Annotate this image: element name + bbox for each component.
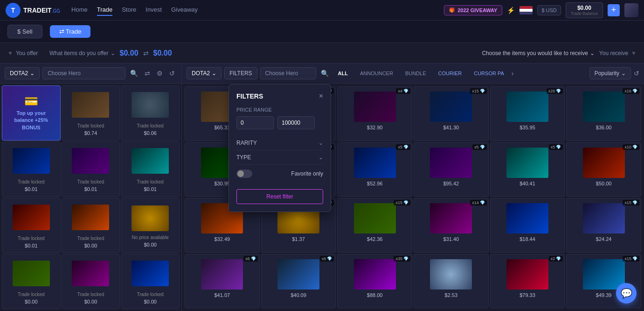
item-image [132, 261, 169, 286]
list-item[interactable]: x10 💎$50.00 [566, 142, 641, 197]
list-item[interactable]: Trade locked $0.01 [2, 141, 61, 197]
item-no-price: No price available [132, 235, 169, 240]
sort-selector[interactable]: Popularity ⌄ [589, 67, 631, 79]
currency-selector[interactable]: $ USD [537, 5, 561, 15]
list-item[interactable]: Trade locked $0.01 [2, 198, 61, 253]
nav-store[interactable]: Store [122, 4, 136, 16]
nav-links: Home Trade Store Invest Giveaway [71, 4, 440, 16]
list-item[interactable]: No price available $0.00 [121, 198, 180, 253]
item-price: $32.90 [367, 125, 383, 130]
navbar: T TRADEIT.GG Home Trade Store Invest Giv… [0, 0, 644, 21]
trade-button[interactable]: ⇄ Trade [50, 25, 91, 38]
item-price: $42.36 [367, 236, 383, 242]
list-item[interactable]: x5 💎$40.41 [490, 142, 565, 197]
right-refresh-button[interactable]: ↺ [634, 70, 639, 77]
list-item[interactable]: x14 💎$31.40 [414, 198, 489, 253]
nav-home[interactable]: Home [71, 4, 88, 16]
categories-chevron-button[interactable]: › [512, 70, 514, 77]
item-price: $0.00 [84, 299, 97, 304]
item-price: $0.00 [25, 299, 38, 304]
list-item[interactable]: x6 💎$40.09 [261, 254, 336, 309]
right-toolbar: DOTA2 ⌄ FILTERS Choose Hero 🔍 ALL ANNOUN… [182, 64, 644, 84]
price-max-input[interactable] [277, 116, 315, 129]
type-filter-row[interactable]: TYPE ⌄ [236, 150, 323, 165]
item-price: $0.74 [84, 130, 97, 136]
list-item[interactable]: x15 💎$24.24 [566, 198, 641, 253]
list-item[interactable]: x26 💎$35.95 [490, 86, 565, 141]
favorite-toggle[interactable] [236, 170, 252, 178]
price-min-input[interactable] [236, 116, 274, 129]
left-search-button[interactable]: 🔍 [128, 68, 140, 79]
sell-button[interactable]: $ Sell [7, 25, 42, 38]
reset-filter-button[interactable]: Reset filter [236, 189, 323, 204]
nav-giveaway[interactable]: Giveaway [171, 4, 198, 16]
items-dropdown[interactable]: What items do you offer ⌄ [49, 50, 115, 57]
filters-button[interactable]: FILTERS [224, 67, 257, 79]
filter-modal: FILTERS × PRICE RANGE RARITY ⌄ TYPE ⌄ [229, 84, 331, 212]
list-item[interactable]: x16 💎$36.00 [566, 86, 641, 141]
list-item[interactable]: Trade locked $0.00 [121, 254, 180, 309]
nav-trade[interactable]: Trade [97, 4, 112, 16]
list-item[interactable]: Trade locked $0.74 [62, 85, 120, 141]
list-item[interactable]: $2.53 [414, 254, 489, 309]
list-item[interactable]: x2 💎$79.33 [490, 254, 565, 309]
tab-announcer[interactable]: ANNOUNCER [355, 68, 398, 78]
item-price: $30.95 [215, 181, 230, 186]
tab-cursor[interactable]: CURSOR PA [469, 68, 509, 78]
close-filter-button[interactable]: × [319, 92, 323, 100]
logo[interactable]: T TRADEIT.GG [6, 3, 60, 18]
favorite-label: Favorite only [291, 170, 323, 177]
item-price: $52.96 [367, 181, 383, 186]
item-image [201, 259, 243, 290]
giveaway-banner[interactable]: 🎁 2022 GIVEAWAY [444, 5, 502, 15]
left-hero-selector[interactable]: Choose Hero [42, 67, 125, 79]
user-avatar[interactable] [624, 3, 638, 17]
item-lock-status: Trade locked [77, 236, 104, 241]
tab-bundle[interactable]: BUNDLE [401, 68, 431, 78]
item-price: $0.01 [25, 186, 38, 192]
list-item[interactable]: $18.44 [490, 198, 565, 253]
rarity-filter-row[interactable]: RARITY ⌄ [236, 136, 323, 150]
tab-courier[interactable]: COURIER [434, 68, 467, 78]
swap-icon: ⇄ [143, 49, 149, 57]
list-item[interactable]: x15 💎$41.30 [414, 86, 489, 141]
list-item[interactable]: Trade locked $0.06 [121, 85, 180, 141]
item-price: $41.07 [215, 292, 230, 298]
bonus-card[interactable]: 💳 Top up your balance +25% BONUS [2, 85, 61, 141]
item-image [430, 203, 472, 233]
add-funds-button[interactable]: + [608, 4, 620, 16]
right-hero-selector[interactable]: Choose Hero [260, 67, 316, 79]
list-item[interactable]: x35 💎$88.00 [337, 254, 412, 309]
price-inputs [236, 116, 323, 129]
list-item[interactable]: x5 💎$52.96 [337, 142, 412, 197]
item-price: $24.24 [596, 236, 612, 242]
item-price: $2.53 [445, 292, 458, 298]
list-item[interactable]: Trade locked $0.00 [62, 198, 120, 253]
list-item[interactable]: Trade locked $0.01 [121, 141, 180, 197]
left-shuffle-button[interactable]: ⇄ [143, 68, 152, 79]
item-price: $79.33 [519, 292, 535, 298]
nav-right: 🎁 2022 GIVEAWAY ⚡ $ USD $0.00 Trade Bala… [444, 2, 638, 18]
list-item[interactable]: x4 💎$32.90 [337, 86, 412, 141]
item-price: $49.39 [596, 292, 612, 298]
flag-icon [519, 6, 533, 14]
list-item[interactable]: Trade locked $0.00 [62, 254, 120, 309]
chat-bubble[interactable]: 💬 [616, 283, 637, 304]
choose-items-dropdown[interactable]: Choose the items you would like to recei… [482, 50, 594, 57]
right-game-selector[interactable]: DOTA2 ⌄ [187, 67, 222, 79]
item-image [583, 148, 625, 178]
list-item[interactable]: x15 💎$42.36 [337, 198, 412, 253]
right-search-button[interactable]: 🔍 [319, 68, 331, 79]
nav-invest[interactable]: Invest [145, 4, 162, 16]
list-item[interactable]: Trade locked $0.01 [62, 141, 120, 197]
left-game-selector[interactable]: DOTA2 ⌄ [5, 67, 40, 79]
item-price: $1.37 [292, 236, 305, 242]
list-item[interactable]: x6 💎$41.07 [185, 254, 260, 309]
left-filter-button[interactable]: ⚙ [155, 68, 165, 79]
list-item[interactable]: x5 💎$95.42 [414, 142, 489, 197]
item-image [506, 259, 548, 290]
list-item[interactable]: Trade locked $0.00 [2, 254, 61, 309]
main-content: $ Sell ⇄ Trade ▼ You offer What items do… [0, 21, 644, 311]
left-refresh-button[interactable]: ↺ [167, 68, 177, 79]
tab-all[interactable]: ALL [333, 68, 353, 78]
